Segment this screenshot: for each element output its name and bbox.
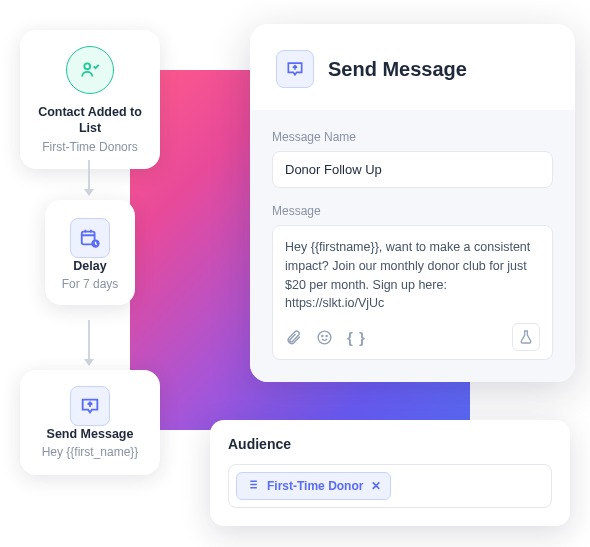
- send-message-panel: Send Message Message Name Message { }: [250, 24, 575, 382]
- svg-point-3: [318, 331, 331, 344]
- test-icon[interactable]: [512, 323, 540, 351]
- workflow-node-subtitle: First-Time Donors: [42, 140, 138, 156]
- workflow-node-delay[interactable]: Delay For 7 days: [45, 200, 135, 305]
- workflow-arrow: [88, 320, 90, 360]
- workflow-node-title: Contact Added to List: [32, 104, 148, 137]
- audience-card: Audience First-Time Donor ✕: [210, 420, 570, 526]
- message-textarea[interactable]: [285, 238, 540, 313]
- message-label: Message: [272, 204, 553, 218]
- workflow-node-subtitle: Hey {{first_name}}: [42, 445, 139, 461]
- send-message-icon: [70, 386, 110, 426]
- emoji-icon[interactable]: [316, 329, 333, 346]
- workflow-arrow: [88, 160, 90, 190]
- attachment-icon[interactable]: [285, 329, 302, 346]
- audience-selector[interactable]: First-Time Donor ✕: [228, 464, 552, 508]
- panel-body: Message Name Message { }: [250, 110, 575, 382]
- workflow-node-title: Delay: [73, 258, 106, 274]
- merge-tags-button[interactable]: { }: [347, 329, 366, 346]
- message-name-label: Message Name: [272, 130, 553, 144]
- contact-added-icon: [66, 46, 114, 94]
- panel-header: Send Message: [250, 24, 575, 110]
- workflow-node-title: Send Message: [47, 426, 134, 442]
- panel-title: Send Message: [328, 58, 467, 81]
- message-name-input[interactable]: [272, 151, 553, 188]
- audience-chip-label: First-Time Donor: [267, 479, 363, 493]
- message-editor: { }: [272, 225, 553, 360]
- svg-point-0: [84, 63, 90, 69]
- delay-icon: [70, 218, 110, 258]
- workflow-node-send-message[interactable]: Send Message Hey {{first_name}}: [20, 370, 160, 475]
- workflow-node-subtitle: For 7 days: [62, 277, 119, 293]
- editor-toolbar: { }: [285, 323, 540, 351]
- list-icon: [246, 478, 259, 494]
- remove-chip-icon[interactable]: ✕: [371, 479, 381, 493]
- audience-chip: First-Time Donor ✕: [236, 472, 391, 500]
- svg-point-4: [322, 335, 323, 336]
- message-box-icon: [276, 50, 314, 88]
- svg-point-5: [326, 335, 327, 336]
- audience-title: Audience: [228, 436, 552, 452]
- workflow-node-contact-added[interactable]: Contact Added to List First-Time Donors: [20, 30, 160, 169]
